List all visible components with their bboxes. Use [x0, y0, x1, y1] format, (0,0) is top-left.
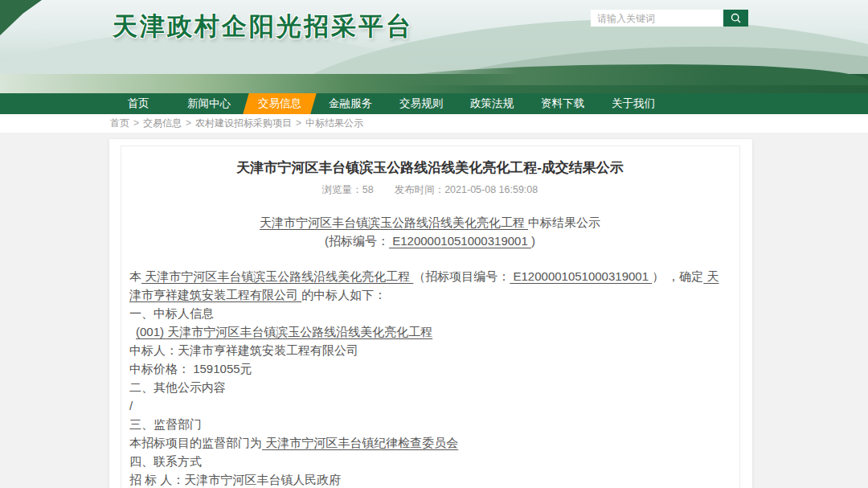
nav-item-about[interactable]: 关于我们 — [598, 93, 669, 114]
site-title: 天津政村企阳光招采平台 — [113, 10, 413, 43]
search-bar — [591, 10, 748, 27]
tenderer-line: 招 标 人：天津市宁河区丰台镇人民政府 — [129, 470, 731, 488]
intro-text: （招标项目编号： — [413, 269, 510, 283]
awarded-project-name: (001) 天津市宁河区丰台镇滨玉公路线沿线美化亮化工程 — [136, 325, 432, 338]
intro-text: 本 — [129, 269, 141, 283]
breadcrumb: 首页>交易信息>农村建设招标采购项目>中标结果公示 — [0, 114, 868, 133]
project-name: 天津市宁河区丰台镇滨玉公路线沿线美化亮化工程 — [260, 215, 528, 229]
nav-item-finance[interactable]: 金融服务 — [315, 93, 386, 114]
search-button[interactable] — [723, 10, 748, 27]
section3-heading: 三、监督部门 — [129, 415, 731, 433]
nav-item-policy[interactable]: 政策法规 — [457, 93, 527, 114]
publish-time: 2021-05-08 16:59:08 — [444, 184, 538, 195]
header-banner: 天津政村企阳光招采平台 — [0, 0, 868, 93]
intro-text: ） ，确定 — [652, 269, 703, 283]
supervisor-value: 天津市宁河区丰台镇纪律检查委员会 — [262, 436, 458, 449]
nav-item-home[interactable]: 首页 — [103, 93, 174, 114]
tenderer-value: 天津市宁河区丰台镇人民政府 — [184, 473, 341, 486]
section1-heading: 一、中标人信息 — [129, 304, 731, 322]
nav-item-news[interactable]: 新闻中心 — [174, 93, 244, 114]
search-input[interactable] — [591, 10, 723, 27]
section2-content: / — [129, 396, 731, 415]
article-box: 天津市宁河区丰台镇滨玉公路线沿线美化亮化工程-成交结果公示 浏览量：58发布时间… — [121, 146, 740, 488]
supervisor-prefix: 本招标项目的监督部门为 — [129, 436, 262, 449]
article-meta: 浏览量：58发布时间：2021-05-08 16:59:08 — [129, 183, 731, 197]
section2-heading: 二、其他公示内容 — [129, 378, 731, 396]
bid-number: E1200001051000319001 — [389, 234, 531, 248]
price-value: 1591055元 — [190, 362, 252, 375]
section1-item: (001) 天津市宁河区丰台镇滨玉公路线沿线美化亮化工程 — [129, 322, 731, 341]
nav-item-trade-info[interactable]: 交易信息 — [244, 93, 315, 114]
breadcrumb-rural-projects[interactable]: 农村建设招标采购项目 — [195, 117, 292, 129]
bid-no-suffix: ) — [531, 234, 535, 248]
subtitle-suffix: 中标结果公示 — [528, 215, 600, 229]
views-label: 浏览量： — [322, 184, 362, 195]
tenderer-label: 招 标 人： — [129, 473, 184, 486]
tree-corner-background — [0, 0, 42, 35]
breadcrumb-home[interactable]: 首页 — [110, 117, 129, 129]
page-background: 天津市宁河区丰台镇滨玉公路线沿线美化亮化工程-成交结果公示 浏览量：58发布时间… — [0, 133, 868, 488]
breadcrumb-current: 中标结果公示 — [305, 117, 363, 129]
intro-paragraph: 本 天津市宁河区丰台镇滨玉公路线沿线美化亮化工程 （招标项目编号： E12000… — [129, 267, 731, 304]
winner-value: 天津市亨祥建筑安装工程有限公司 — [178, 343, 358, 357]
views-count: 58 — [362, 184, 374, 195]
supervisor-line: 本招标项目的监督部门为 天津市宁河区丰台镇纪律检查委员会 — [129, 433, 731, 452]
breadcrumb-separator: > — [133, 117, 139, 129]
nav-item-rules[interactable]: 交易规则 — [386, 93, 457, 114]
intro-bid-number: E1200001051000319001 — [510, 269, 652, 283]
section4-heading: 四、联系方式 — [129, 452, 731, 470]
breadcrumb-separator: > — [296, 117, 301, 129]
nav-item-download[interactable]: 资料下载 — [527, 93, 598, 114]
winner-label: 中标人： — [129, 343, 178, 357]
price-label: 中标价格： — [129, 362, 190, 375]
publish-label: 发布时间： — [395, 184, 445, 195]
breadcrumb-trade-info[interactable]: 交易信息 — [143, 117, 182, 129]
content-panel: 天津市宁河区丰台镇滨玉公路线沿线美化亮化工程-成交结果公示 浏览量：58发布时间… — [109, 139, 752, 488]
price-line: 中标价格： 1591055元 — [129, 359, 731, 378]
breadcrumb-separator: > — [186, 117, 191, 129]
main-nav: 首页 新闻中心 交易信息 金融服务 交易规则 政策法规 资料下载 关于我们 — [0, 93, 868, 114]
bid-number-line: (招标编号： E1200001051000319001 ) — [129, 232, 731, 250]
article-title: 天津市宁河区丰台镇滨玉公路线沿线美化亮化工程-成交结果公示 — [129, 158, 731, 177]
intro-text: 的中标人如下： — [301, 288, 386, 301]
winner-line: 中标人：天津市亨祥建筑安装工程有限公司 — [129, 341, 731, 359]
result-subtitle: 天津市宁河区丰台镇滨玉公路线沿线美化亮化工程 中标结果公示 — [129, 213, 731, 232]
search-icon — [730, 12, 742, 24]
bid-no-prefix: (招标编号： — [325, 234, 389, 248]
intro-project-name: 天津市宁河区丰台镇滨玉公路线沿线美化亮化工程 — [141, 269, 413, 283]
